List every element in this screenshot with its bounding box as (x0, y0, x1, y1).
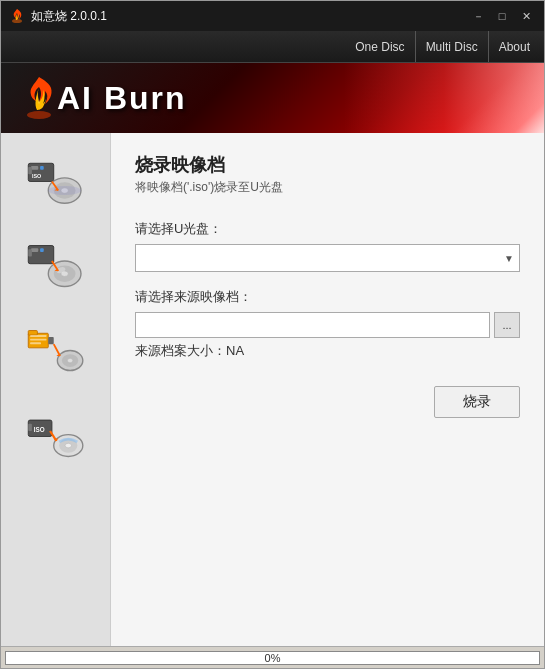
file-input-row: ... (135, 312, 520, 338)
svg-text:ISO: ISO (33, 425, 44, 432)
app-name: AI Burn (57, 80, 187, 117)
maximize-button[interactable]: □ (492, 8, 512, 24)
image-file-field: 请选择来源映像档： ... 来源档案大小：NA (135, 288, 520, 360)
sidebar-icon-3 (23, 323, 88, 378)
window-title: 如意烧 2.0.0.1 (31, 8, 107, 25)
files-disc-icon-3 (26, 326, 86, 376)
disc-select-field: 请选择U光盘： ▼ (135, 220, 520, 272)
iso-usb-icon-1: ISO (26, 156, 86, 206)
svg-rect-24 (48, 336, 53, 343)
svg-rect-23 (30, 342, 41, 344)
svg-text:ISO: ISO (31, 172, 40, 178)
content-panel: 烧录映像档 将映像档('.iso')烧录至U光盘 请选择U光盘： ▼ 请选择来源… (111, 133, 544, 646)
close-button[interactable]: ✕ (516, 8, 536, 24)
iso-disc-icon-4: ISO (26, 411, 86, 461)
nav-multi-disc[interactable]: Multi Disc (415, 31, 488, 62)
section-title: 烧录映像档 (135, 153, 520, 177)
image-file-input[interactable] (135, 312, 490, 338)
image-field-label: 请选择来源映像档： (135, 288, 520, 306)
browse-button[interactable]: ... (494, 312, 520, 338)
disc-icon-2 (26, 241, 86, 291)
burn-button[interactable]: 烧录 (434, 386, 520, 418)
section-subtitle: 将映像档('.iso')烧录至U光盘 (135, 179, 520, 196)
svg-rect-11 (28, 245, 53, 263)
progress-bar-container: 0% (1, 646, 544, 668)
disc-select-wrapper: ▼ (135, 244, 520, 272)
svg-rect-13 (40, 248, 44, 252)
svg-point-33 (65, 443, 71, 448)
app-icon (9, 8, 25, 24)
svg-rect-29 (28, 423, 32, 430)
nav-one-disc[interactable]: One Disc (345, 31, 414, 62)
window-controls: － □ ✕ (468, 8, 536, 24)
svg-rect-4 (40, 166, 44, 170)
svg-rect-3 (31, 166, 38, 170)
nav-about[interactable]: About (488, 31, 540, 62)
svg-point-27 (67, 358, 72, 363)
svg-point-1 (27, 111, 51, 119)
sidebar-icon-2 (23, 238, 88, 293)
svg-rect-14 (28, 249, 32, 256)
svg-rect-20 (28, 330, 37, 335)
sidebar: ISO (1, 133, 111, 646)
svg-rect-21 (30, 335, 46, 337)
flame-logo-icon (21, 75, 57, 121)
title-bar: 如意烧 2.0.0.1 － □ ✕ (1, 1, 544, 31)
sidebar-icon-1: ISO (23, 153, 88, 208)
file-size-label: 来源档案大小：NA (135, 342, 520, 360)
sidebar-icon-4: ISO (23, 408, 88, 463)
nav-bar: One Disc Multi Disc About (1, 31, 544, 63)
minimize-button[interactable]: － (468, 8, 488, 24)
main-content: ISO (1, 133, 544, 646)
disc-field-label: 请选择U光盘： (135, 220, 520, 238)
svg-rect-12 (31, 248, 38, 252)
title-bar-left: 如意烧 2.0.0.1 (9, 8, 107, 25)
section-header: 烧录映像档 将映像档('.iso')烧录至U光盘 (135, 153, 520, 204)
progress-label: 0% (6, 652, 539, 664)
burn-button-row: 烧录 (135, 386, 520, 418)
header-branding: AI Burn (1, 63, 544, 133)
svg-rect-22 (30, 338, 46, 340)
progress-bar-track: 0% (5, 651, 540, 665)
svg-point-10 (48, 186, 81, 195)
app-window: 如意烧 2.0.0.1 － □ ✕ One Disc Multi Disc Ab… (0, 0, 545, 669)
disc-select[interactable] (135, 244, 520, 272)
